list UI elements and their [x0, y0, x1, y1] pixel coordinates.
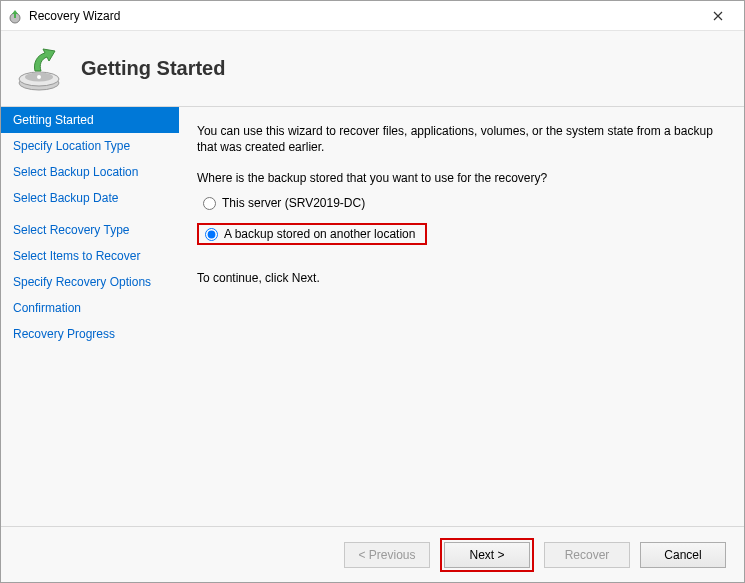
wizard-steps-sidebar: Getting Started Specify Location Type Se…	[1, 107, 179, 526]
sidebar-item-specify-location-type[interactable]: Specify Location Type	[1, 133, 179, 159]
page-title: Getting Started	[81, 57, 225, 80]
content-area: You can use this wizard to recover files…	[179, 107, 744, 526]
highlight-another-location: A backup stored on another location	[197, 223, 427, 245]
radio-this-server-label: This server (SRV2019-DC)	[222, 196, 365, 210]
radio-another-location-label: A backup stored on another location	[224, 227, 415, 241]
body: Getting Started Specify Location Type Se…	[1, 107, 744, 526]
continue-hint: To continue, click Next.	[197, 271, 722, 285]
radio-this-server-input[interactable]	[203, 197, 216, 210]
next-button[interactable]: Next >	[444, 542, 530, 568]
sidebar-item-select-items-to-recover[interactable]: Select Items to Recover	[1, 243, 179, 269]
recovery-wizard-window: Recovery Wizard Getting Started Getting …	[0, 0, 745, 583]
radio-this-server[interactable]: This server (SRV2019-DC)	[197, 193, 722, 213]
previous-button[interactable]: < Previous	[344, 542, 430, 568]
question-text: Where is the backup stored that you want…	[197, 171, 722, 185]
titlebar: Recovery Wizard	[1, 1, 744, 31]
footer: < Previous Next > Recover Cancel	[1, 526, 744, 582]
header: Getting Started	[1, 31, 744, 107]
sidebar-item-select-backup-location[interactable]: Select Backup Location	[1, 159, 179, 185]
radio-another-location-input[interactable]	[205, 228, 218, 241]
app-icon	[7, 8, 23, 24]
intro-text: You can use this wizard to recover files…	[197, 123, 722, 155]
window-title: Recovery Wizard	[29, 9, 698, 23]
sidebar-item-select-recovery-type[interactable]: Select Recovery Type	[1, 217, 179, 243]
sidebar-item-specify-recovery-options[interactable]: Specify Recovery Options	[1, 269, 179, 295]
sidebar-item-confirmation[interactable]: Confirmation	[1, 295, 179, 321]
svg-point-4	[37, 75, 41, 79]
sidebar-item-getting-started[interactable]: Getting Started	[1, 107, 179, 133]
close-button[interactable]	[698, 2, 738, 30]
recover-button[interactable]: Recover	[544, 542, 630, 568]
cancel-button[interactable]: Cancel	[640, 542, 726, 568]
sidebar-item-recovery-progress[interactable]: Recovery Progress	[1, 321, 179, 347]
radio-another-location[interactable]: A backup stored on another location	[203, 227, 415, 241]
highlight-next-button: Next >	[440, 538, 534, 572]
sidebar-item-select-backup-date[interactable]: Select Backup Date	[1, 185, 179, 211]
wizard-icon	[15, 45, 63, 93]
